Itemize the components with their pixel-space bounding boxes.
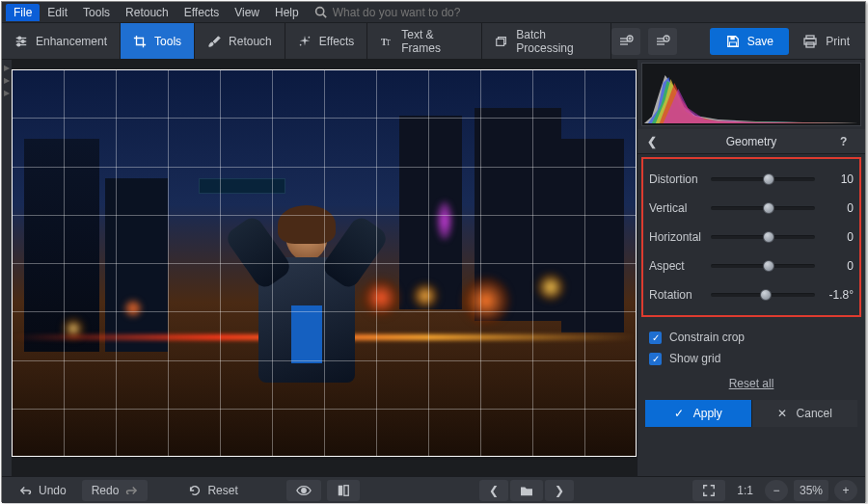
slider-thumb[interactable] — [760, 289, 772, 301]
chevron-right-icon[interactable]: ▶ — [4, 89, 10, 97]
menu-view[interactable]: View — [227, 4, 267, 21]
preset-add-button[interactable] — [611, 28, 640, 55]
checkbox-group: Constrain crop Show grid — [637, 321, 865, 371]
slider-thumb[interactable] — [763, 260, 774, 272]
sparkle-icon — [298, 35, 312, 48]
tab-retouch[interactable]: Retouch — [195, 23, 285, 59]
slider-track[interactable] — [711, 259, 815, 273]
zoom-ratio-button[interactable]: 1:1 — [731, 480, 759, 501]
zoom-percent-display[interactable]: 35% — [794, 480, 828, 501]
svg-rect-32 — [344, 485, 348, 495]
tab-effects[interactable]: Effects — [285, 23, 367, 59]
chevron-right-icon[interactable]: ▶ — [4, 64, 10, 72]
reset-label: Reset — [207, 484, 237, 497]
undo-label: Undo — [39, 484, 67, 497]
back-button[interactable]: ❮ — [647, 135, 663, 148]
print-button[interactable]: Print — [797, 34, 855, 49]
cancel-button[interactable]: ✕ Cancel — [751, 400, 858, 427]
tab-label: Enhancement — [36, 35, 107, 48]
cancel-label: Cancel — [797, 407, 832, 420]
chevron-right-icon: ❯ — [555, 484, 564, 497]
apply-button[interactable]: ✓ Apply — [645, 400, 751, 427]
check-label: Constrain crop — [669, 331, 745, 344]
save-button[interactable]: Save — [710, 28, 789, 55]
slider-label: Aspect — [649, 259, 705, 273]
slider-label: Horizontal — [649, 230, 705, 244]
tab-tools[interactable]: Tools — [121, 23, 195, 59]
slider-value: 0 — [821, 201, 854, 215]
svg-rect-25 — [730, 36, 734, 40]
compare-button[interactable] — [327, 480, 360, 501]
slider-label: Rotation — [649, 288, 705, 302]
redo-icon — [124, 485, 138, 496]
slider-value: 10 — [821, 172, 854, 186]
menu-retouch[interactable]: Retouch — [118, 4, 176, 21]
slider-label: Vertical — [649, 201, 705, 215]
eye-icon — [296, 485, 312, 496]
slider-track[interactable] — [711, 288, 815, 302]
undo-icon — [19, 485, 33, 496]
undo-button[interactable]: Undo — [10, 480, 76, 501]
reset-button[interactable]: Reset — [178, 480, 247, 501]
svg-point-6 — [21, 40, 24, 42]
preset-time-button[interactable] — [648, 28, 677, 55]
svg-point-7 — [17, 43, 20, 46]
slider-label: Distortion — [649, 172, 705, 186]
app-window: File Edit Tools Retouch Effects View Hel… — [1, 1, 866, 502]
slider-rotation: Rotation -1.8° — [649, 280, 854, 309]
slider-track[interactable] — [711, 172, 815, 186]
tab-text-frames[interactable]: TT Text & Frames — [367, 23, 482, 59]
slider-thumb[interactable] — [763, 231, 774, 243]
zoom-out-button[interactable]: − — [765, 480, 788, 501]
slider-track[interactable] — [711, 201, 815, 215]
slider-thumb[interactable] — [763, 173, 774, 185]
zoom-in-button[interactable]: + — [834, 480, 857, 501]
redo-button[interactable]: Redo — [82, 480, 149, 501]
check-show-grid[interactable]: Show grid — [649, 348, 854, 369]
menu-effects[interactable]: Effects — [176, 4, 227, 21]
apply-label: Apply — [693, 407, 722, 420]
slider-distortion: Distortion 10 — [649, 165, 854, 194]
tab-enhancement[interactable]: Enhancement — [2, 23, 121, 59]
search-input[interactable] — [333, 6, 487, 19]
svg-point-9 — [300, 43, 302, 45]
next-button[interactable]: ❯ — [545, 480, 574, 501]
panel-title: Geometry — [663, 135, 840, 148]
show-original-button[interactable] — [286, 480, 321, 501]
check-constrain-crop[interactable]: Constrain crop — [649, 327, 854, 348]
check-label: Show grid — [669, 352, 720, 365]
menu-edit[interactable]: Edit — [40, 4, 75, 21]
save-icon — [726, 35, 740, 48]
browse-button[interactable] — [510, 480, 543, 501]
menu-tools[interactable]: Tools — [75, 4, 118, 21]
slider-horizontal: Horizontal 0 — [649, 223, 854, 252]
slider-vertical: Vertical 0 — [649, 194, 854, 223]
left-edge-bar: ▶ ▶ ▶ — [2, 60, 12, 476]
canvas[interactable] — [12, 60, 637, 476]
svg-text:T: T — [386, 38, 391, 46]
print-label: Print — [826, 35, 850, 48]
checkbox-icon[interactable] — [649, 332, 662, 344]
check-icon: ✓ — [674, 407, 684, 420]
geometry-sliders: Distortion 10 Vertical 0 Horizontal 0 As… — [641, 157, 861, 317]
fit-screen-button[interactable] — [692, 480, 725, 501]
help-button[interactable]: ? — [840, 135, 855, 148]
prev-button[interactable]: ❮ — [479, 480, 508, 501]
histogram — [641, 63, 861, 126]
reset-all-link[interactable]: Reset all — [637, 371, 865, 400]
menu-file[interactable]: File — [6, 4, 40, 21]
side-panel: ❮ Geometry ? Distortion 10 Vertical 0 Ho… — [637, 60, 865, 476]
bottom-bar: Undo Redo Reset ❮ ❯ 1:1 − 35% + — [2, 476, 865, 503]
tab-label: Text & Frames — [401, 28, 469, 55]
panel-header: ❮ Geometry ? — [637, 129, 865, 154]
chevron-right-icon[interactable]: ▶ — [4, 76, 10, 85]
tab-batch-processing[interactable]: Batch Processing — [482, 23, 611, 59]
menu-help[interactable]: Help — [267, 4, 307, 21]
stack-icon — [495, 35, 508, 48]
slider-value: -1.8° — [821, 288, 854, 302]
checkbox-icon[interactable] — [649, 353, 662, 365]
slider-track[interactable] — [711, 230, 815, 244]
slider-thumb[interactable] — [763, 202, 774, 214]
plus-icon: + — [843, 484, 850, 497]
fit-icon — [702, 484, 716, 497]
